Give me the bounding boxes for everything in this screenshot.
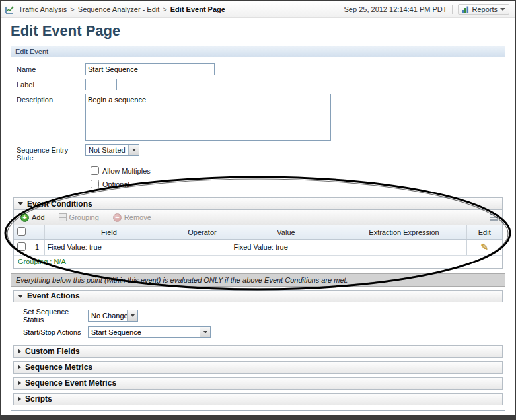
expand-arrow-icon [18, 380, 21, 386]
optional-label: Optional [102, 180, 129, 188]
divider [452, 5, 453, 14]
top-right-area: Sep 25, 2012 12:14:41 PM PDT Reports [344, 4, 509, 15]
label-row: Label [11, 79, 505, 90]
save-button[interactable]: Save [426, 417, 460, 420]
section-custom-fields[interactable]: Custom Fields [13, 345, 503, 358]
custom-fields-title: Custom Fields [25, 347, 80, 356]
name-row: Name [11, 63, 505, 75]
set-sequence-status-row: Set Sequence Status No Change [11, 308, 505, 324]
reports-icon [462, 5, 469, 14]
expand-arrow-icon [18, 349, 21, 354]
name-label: Name [11, 63, 85, 73]
top-bar: Traffic Analysis > Sequence Analyzer - E… [1, 1, 515, 18]
collapse-arrow-icon [18, 295, 23, 298]
conditions-note: Everything below this point (within this… [11, 273, 505, 287]
row-extraction-expression [342, 240, 466, 255]
grouping-label: Grouping [69, 213, 99, 221]
section-sequence-event-metrics[interactable]: Sequence Event Metrics [13, 377, 503, 390]
value-column-header[interactable]: Value [231, 225, 342, 240]
event-conditions-header[interactable]: Event Conditions [13, 197, 503, 210]
column-options-icon[interactable] [490, 214, 498, 215]
optional-row: Optional [91, 180, 505, 188]
sequence-metrics-title: Sequence Metrics [25, 363, 92, 372]
select-all-checkbox[interactable] [17, 227, 26, 236]
description-row: Description Begin a sequence [11, 94, 505, 141]
sequence-event-metrics-title: Sequence Event Metrics [25, 378, 116, 388]
chevron-down-icon [500, 8, 505, 11]
breadcrumb-traffic-analysis[interactable]: Traffic Analysis [18, 5, 67, 13]
grouping-button[interactable]: Grouping [56, 213, 102, 222]
start-stop-actions-label: Start/Stop Actions [11, 328, 88, 336]
edit-event-form: Name Label Description Begin a sequence … [11, 57, 505, 194]
event-actions-header[interactable]: Event Actions [13, 290, 503, 302]
add-icon [20, 213, 29, 222]
table-row: 1 Fixed Value: true = Fixed Value: true [14, 240, 502, 255]
selected-value: Not Started [86, 145, 128, 155]
sequence-entry-state-select[interactable]: Not Started [85, 144, 139, 156]
cancel-button[interactable]: Cancel [464, 417, 504, 420]
selected-value: Start Sequence [89, 327, 200, 337]
operator-column-header[interactable]: Operator [174, 225, 231, 240]
start-stop-actions-row: Start/Stop Actions Start Sequence [11, 326, 505, 338]
extraction-expression-column-header[interactable]: Extraction Expression [342, 225, 466, 240]
grouping-status: Grouping : N/A [14, 255, 502, 268]
event-conditions-box: Add Grouping Remove [13, 210, 503, 269]
sequence-entry-state-row: Sequence Entry State Not Started [11, 144, 505, 162]
footer-actions: Save Cancel [1, 417, 504, 420]
expand-arrow-icon [18, 365, 21, 370]
sequence-entry-state-label: Sequence Entry State [11, 144, 85, 162]
allow-multiples-label: Allow Multiples [102, 167, 151, 175]
grouping-icon [59, 213, 67, 221]
optional-checkbox[interactable] [91, 180, 99, 188]
chevron-down-icon [128, 145, 139, 155]
event-actions-form: Set Sequence Status No Change Start/Stop… [11, 302, 505, 342]
breadcrumb: Traffic Analysis > Sequence Analyzer - E… [5, 5, 225, 14]
event-actions-title: Event Actions [27, 291, 80, 300]
name-input[interactable] [85, 63, 215, 75]
conditions-toolbar: Add Grouping Remove [14, 210, 502, 225]
edit-column-header: Edit [466, 225, 502, 240]
row-number: 1 [30, 240, 44, 255]
label-label: Label [11, 79, 85, 88]
row-value: Fixed Value: true [231, 240, 342, 255]
row-number-header [30, 225, 44, 240]
field-column-header[interactable]: Field [44, 225, 174, 240]
page-title: Edit Event Page [11, 22, 515, 40]
remove-icon [113, 213, 122, 222]
collapse-arrow-icon [18, 202, 23, 205]
reports-menu-button[interactable]: Reports [458, 4, 509, 15]
add-label: Add [32, 213, 45, 221]
remove-button[interactable]: Remove [110, 213, 154, 223]
add-button[interactable]: Add [18, 213, 48, 223]
breadcrumb-separator: > [70, 5, 74, 13]
edit-icon[interactable] [480, 242, 488, 252]
remove-label: Remove [124, 213, 151, 221]
app-window: Traffic Analysis > Sequence Analyzer - E… [0, 0, 516, 420]
description-label: Description [11, 94, 85, 104]
set-sequence-status-label: Set Sequence Status [11, 308, 88, 324]
start-stop-actions-select[interactable]: Start Sequence [88, 326, 211, 338]
breadcrumb-current-page: Edit Event Page [170, 5, 225, 13]
allow-multiples-checkbox[interactable] [91, 166, 99, 175]
section-sequence-metrics[interactable]: Sequence Metrics [13, 361, 503, 374]
expand-arrow-icon [18, 396, 21, 402]
toolbar-divider [52, 213, 52, 223]
conditions-table: Field Operator Value Extraction Expressi… [14, 225, 502, 255]
breadcrumb-separator: > [163, 5, 166, 13]
label-input[interactable] [85, 79, 117, 90]
breadcrumb-sequence-analyzer-edit[interactable]: Sequence Analyzer - Edit [78, 5, 160, 13]
selected-value: No Change [89, 310, 127, 321]
traffic-analysis-icon [5, 5, 14, 14]
scripts-title: Scripts [25, 394, 52, 403]
row-operator: = [174, 240, 231, 255]
description-textarea[interactable]: Begin a sequence [85, 94, 331, 141]
set-sequence-status-select[interactable]: No Change [88, 310, 138, 322]
row-field: Fixed Value: true [44, 240, 174, 255]
edit-event-panel: Edit Event Name Label Description Begin … [11, 46, 505, 411]
timestamp: Sep 25, 2012 12:14:41 PM PDT [344, 5, 447, 13]
edit-event-section-header: Edit Event [11, 46, 505, 57]
toolbar-divider [106, 213, 106, 223]
section-scripts[interactable]: Scripts [13, 393, 503, 405]
row-checkbox[interactable] [17, 242, 26, 251]
chevron-down-icon [200, 327, 210, 337]
